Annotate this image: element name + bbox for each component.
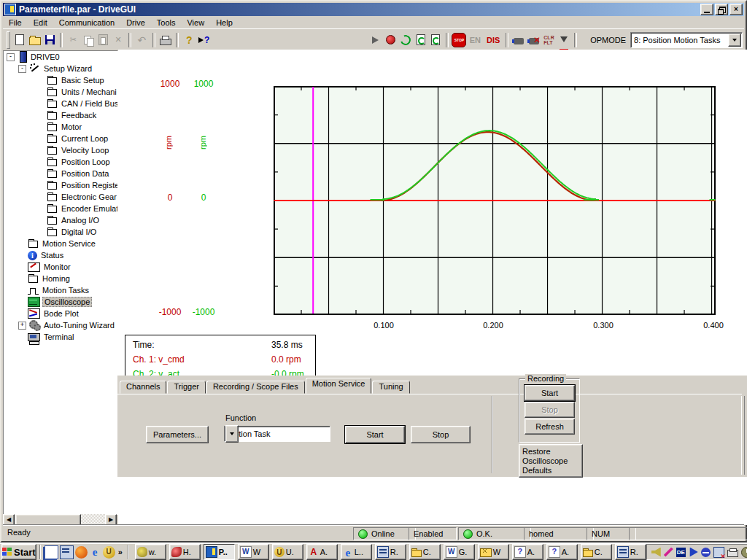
menu-tools[interactable]: Tools — [151, 17, 182, 28]
restore-defaults-button[interactable]: RestoreOscilloscopeDefaults — [519, 444, 583, 478]
sidebar-item-motion-service[interactable]: Motion Service — [4, 238, 117, 249]
tree-item-label[interactable]: Motion Tasks — [41, 286, 90, 295]
enable-drive-button[interactable] — [511, 32, 527, 48]
tree-item-label[interactable]: Status — [39, 251, 65, 260]
menu-view[interactable]: View — [181, 17, 210, 28]
device-tree[interactable]: -DRIVE0-Setup WizardBasic SetupUnits / M… — [3, 50, 118, 515]
parameters-button[interactable]: Parameters... — [146, 426, 209, 443]
sidebar-item-bode-plot[interactable]: Bode Plot — [4, 308, 117, 319]
collapse-icon[interactable]: - — [7, 53, 15, 61]
disable-label[interactable]: DIS — [484, 36, 503, 44]
sidebar-item-feedback[interactable]: Feedback — [4, 109, 117, 121]
sidebar-item-digital-i-o[interactable]: Digital I/O — [4, 226, 117, 238]
refresh-button[interactable] — [398, 32, 414, 48]
sidebar-item-units-mechani[interactable]: Units / Mechani — [4, 86, 117, 98]
tree-item-label[interactable]: Feedback — [60, 111, 98, 120]
tree-horizontal-scrollbar[interactable]: ◀ ▶ — [3, 514, 117, 524]
tree-item-label[interactable]: Terminal — [42, 332, 76, 341]
taskbar-task-c[interactable]: C. — [409, 544, 441, 560]
play-tray-icon[interactable] — [689, 548, 698, 557]
new-button[interactable] — [12, 32, 28, 48]
taskbar-task-h[interactable]: H. — [169, 544, 201, 560]
enable-label[interactable]: EN — [467, 36, 484, 44]
tree-item-label[interactable]: DRIVE0 — [29, 52, 61, 61]
minimize-button[interactable] — [700, 4, 713, 15]
overflow-chevron-icon[interactable]: » — [118, 548, 123, 556]
taskbar-task-u[interactable]: UU. — [272, 544, 303, 560]
printer-tray-icon[interactable] — [727, 550, 738, 557]
ie-quicklaunch-icon[interactable]: e — [89, 546, 101, 559]
tree-item-label[interactable]: Digital I/O — [60, 228, 98, 236]
open-button[interactable] — [27, 32, 42, 48]
function-combobox[interactable]: Motion Task — [224, 426, 330, 442]
motion-start-button[interactable]: Start — [345, 426, 405, 443]
sidebar-item-current-loop[interactable]: Current Loop — [4, 133, 117, 144]
sidebar-item-can-field-bus[interactable]: CAN / Field Bus — [4, 98, 117, 109]
sidebar-item-homing[interactable]: Homing — [4, 273, 117, 284]
sidebar-item-position-registe[interactable]: Position Registe — [4, 179, 117, 191]
tree-item-label[interactable]: Position Data — [60, 169, 110, 178]
sidebar-item-monitor[interactable]: Monitor — [4, 261, 117, 273]
download-button[interactable] — [557, 32, 572, 48]
menu-drive[interactable]: Drive — [120, 17, 151, 28]
step-forward-button[interactable] — [368, 32, 384, 48]
sidebar-item-basic-setup[interactable]: Basic Setup — [4, 74, 117, 86]
opmode-dropdown-button[interactable] — [728, 34, 741, 47]
sidebar-item-status[interactable]: iStatus — [4, 249, 117, 261]
drive-state-button[interactable] — [383, 32, 398, 48]
sidebar-item-oscilloscope[interactable]: Oscilloscope — [4, 296, 117, 308]
opmode-combobox[interactable]: 8: Position Motion Tasks — [630, 32, 743, 48]
context-help-button[interactable]: ? — [196, 32, 212, 48]
taskbar-task-a[interactable]: AA. — [306, 544, 338, 560]
apply-params-button[interactable] — [428, 32, 444, 48]
scope-plot[interactable] — [274, 86, 716, 315]
recording-start-button[interactable]: Start — [525, 385, 575, 401]
tree-item-label[interactable]: Auto-Tuning Wizard — [42, 321, 116, 330]
taskbar-task-a[interactable]: ?A. — [546, 544, 578, 560]
tree-item-label[interactable]: Motion Service — [41, 239, 97, 248]
taskbar-task-a[interactable]: ?A. — [512, 544, 543, 560]
pen-tray-icon[interactable] — [664, 548, 673, 557]
pulse-tray-icon[interactable] — [701, 548, 711, 557]
tree-item-label[interactable]: Monitor — [42, 262, 72, 271]
disable-drive-button[interactable] — [527, 32, 542, 48]
speaker-tray-icon[interactable] — [651, 548, 661, 557]
recording-refresh-button[interactable]: Refresh — [525, 419, 575, 435]
menu-edit[interactable]: Edit — [28, 17, 53, 28]
taskbar-task-g[interactable]: WG. — [444, 544, 475, 560]
ucoin-quicklaunch-icon[interactable]: U — [103, 546, 115, 559]
tab-tuning[interactable]: Tuning — [372, 381, 409, 394]
close-button[interactable]: × — [729, 4, 743, 15]
tree-item-label[interactable]: CAN / Field Bus — [60, 99, 118, 108]
menu-help[interactable]: Help — [210, 17, 239, 28]
title-bar[interactable]: Parameterfile.par - DriveGUI × — [3, 3, 744, 16]
firefox-quicklaunch-icon[interactable] — [75, 546, 88, 559]
sidebar-item-position-loop[interactable]: Position Loop — [4, 156, 117, 168]
motion-stop-button[interactable]: Stop — [411, 426, 471, 443]
scrollbar-track[interactable] — [81, 514, 105, 524]
taskbar-task-r[interactable]: R. — [375, 544, 406, 560]
sidebar-item-encoder-emulat[interactable]: Encoder Emulat — [4, 203, 117, 214]
tree-item-label[interactable]: Velocity Loop — [60, 146, 110, 155]
tab-channels[interactable]: Channels — [120, 381, 166, 394]
clock-tray-icon[interactable] — [741, 547, 747, 558]
taskbar-task-l[interactable]: eL.. — [341, 544, 372, 560]
collapse-icon[interactable]: - — [18, 65, 26, 73]
sidebar-item-motion-tasks[interactable]: Motion Tasks — [4, 284, 117, 296]
sidebar-item-setup-wizard[interactable]: -Setup Wizard — [4, 63, 117, 74]
de-tray-icon[interactable]: DE — [676, 548, 686, 557]
sidebar-item-electronic-gear[interactable]: Electronic Gear — [4, 191, 117, 203]
sidebar-item-drive0[interactable]: -DRIVE0 — [4, 51, 117, 63]
restore-button[interactable] — [715, 4, 728, 15]
tree-item-label[interactable]: Position Registe — [60, 181, 118, 190]
keyboard-quicklaunch-icon[interactable] — [60, 545, 74, 559]
tree-item-label[interactable]: Setup Wizard — [42, 64, 93, 73]
tree-item-label[interactable]: Units / Mechani — [60, 88, 118, 96]
clear-fault-button[interactable]: CLRFLT — [541, 32, 557, 48]
print-button[interactable] — [158, 32, 174, 48]
tab-motion-service[interactable]: Motion Service — [306, 378, 372, 394]
tree-item-label[interactable]: Basic Setup — [60, 76, 106, 85]
tree-item-label[interactable]: Current Loop — [60, 134, 109, 143]
start-button[interactable]: Start — [1, 544, 36, 560]
function-dropdown-button[interactable] — [225, 425, 239, 443]
